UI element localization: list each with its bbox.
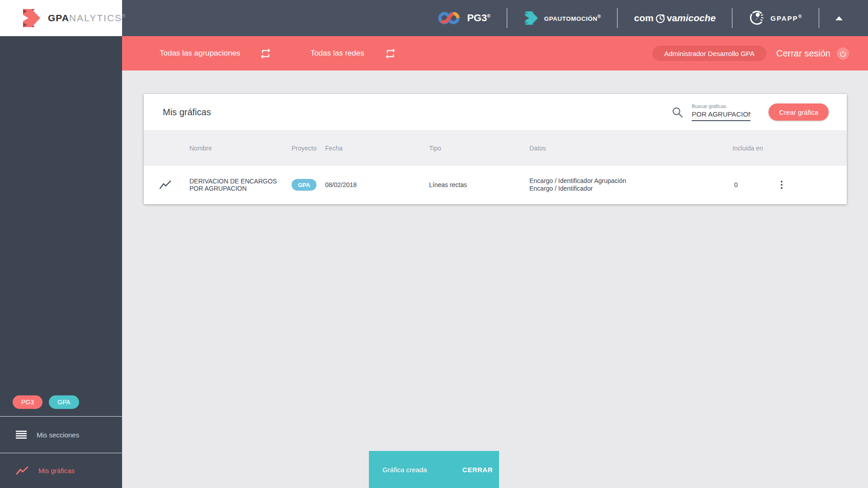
row-project-cell: GPA — [292, 179, 325, 191]
top-header: PG3® GPAUTOMOCIÓN® com — [122, 0, 868, 36]
header-divider — [732, 8, 732, 28]
sidebar-badge-pg3[interactable]: PG3 — [13, 395, 42, 409]
sidebar-item-label: Mis gráficas — [38, 467, 75, 474]
gpanalytics-arrow-icon — [21, 9, 42, 28]
row-actions-cell — [778, 181, 847, 189]
card-header: Mis gráficas Buscar gráficas Crear gráfi… — [144, 94, 847, 130]
row-kebab-menu-icon[interactable] — [778, 181, 786, 189]
row-included-count: 0 — [730, 181, 778, 188]
search-icon[interactable] — [671, 106, 684, 118]
clock-icon — [655, 13, 665, 23]
snackbar-message: Gráfica creada — [382, 466, 427, 474]
sidebar-badges: PG3 GPA — [0, 388, 122, 417]
app-root: GPANALYTICS® PG3 GPA Mis secciones — [0, 0, 868, 488]
swap-redes-icon[interactable] — [384, 47, 396, 60]
sidebar-item-mis-graficas[interactable]: Mis gráficas — [0, 453, 122, 488]
row-type: Líneas rectas — [429, 181, 529, 188]
pg3-logo: PG3® — [437, 10, 490, 26]
project-badge: GPA — [292, 179, 316, 191]
redes-filter-label[interactable]: Todas las redes — [311, 49, 364, 58]
col-header-nombre: Nombre — [189, 145, 292, 152]
snackbar: Gráfica creada CERRAR — [369, 451, 499, 488]
gpautomocion-arrow-icon — [524, 11, 539, 25]
search-input[interactable] — [692, 110, 750, 121]
line-chart-icon — [16, 466, 28, 475]
gpapp-wrench-icon — [749, 10, 765, 26]
card-actions: Buscar gráficas Crear gráfica — [671, 103, 829, 121]
create-chart-button[interactable]: Crear gráfica — [769, 103, 829, 121]
gpapp-logo-text: GPAPP® — [770, 14, 802, 22]
menu-lines-icon — [16, 431, 27, 439]
comvamicoche-logo: com vamicoche — [634, 13, 716, 23]
brand-logo-box: GPANALYTICS® — [0, 0, 122, 36]
col-header-datos: Datos — [529, 145, 730, 152]
col-header-proyecto: Proyecto — [292, 145, 325, 152]
header-divider — [617, 8, 618, 28]
col-header-fecha: Fecha — [325, 145, 429, 152]
sidebar-badge-gpa[interactable]: GPA — [49, 395, 79, 409]
row-name: DERIVACION DE ENCARGOS POR AGRUPACION — [189, 178, 287, 192]
col-header-tipo: Tipo — [429, 145, 529, 152]
row-data-line1: Encargo / Identificador Agrupación — [529, 177, 730, 185]
session-controls: Administrador Desarrollo GPA Cerrar sesi… — [652, 46, 849, 61]
row-data-fields: Encargo / Identificador Agrupación Encar… — [529, 177, 730, 192]
search-field-label: Buscar gráficas — [692, 103, 750, 109]
sidebar-item-label: Mis secciones — [37, 431, 79, 439]
gpautomocion-logo: GPAUTOMOCIÓN® — [524, 11, 601, 25]
charts-card: Mis gráficas Buscar gráficas Crear gráfi… — [144, 94, 847, 204]
sidebar: PG3 GPA Mis secciones Mis gráficas — [0, 36, 122, 488]
logout-button[interactable]: Cerrar sesión — [776, 48, 830, 59]
comvamicoche-logo-text: com vamicoche — [634, 13, 716, 23]
current-user-label: Administrador Desarrollo GPA — [664, 50, 755, 57]
pg3-logo-text: PG3® — [467, 12, 490, 24]
swap-agrupaciones-icon[interactable] — [259, 47, 272, 60]
page-title: Mis gráficas — [163, 107, 211, 117]
gpautomocion-logo-text: GPAUTOMOCIÓN® — [544, 14, 601, 22]
current-user-pill[interactable]: Administrador Desarrollo GPA — [652, 46, 766, 61]
agrupaciones-filter-label[interactable]: Todas las agrupaciones — [160, 49, 241, 58]
brand-logo-text: GPANALYTICS® — [48, 13, 126, 23]
pg3-infinity-icon — [437, 10, 462, 26]
power-icon[interactable] — [837, 47, 849, 60]
row-date: 08/02/2018 — [325, 181, 429, 188]
collapse-header-caret-icon[interactable] — [835, 16, 843, 20]
search-field: Buscar gráficas — [692, 103, 750, 121]
header-divider — [507, 8, 507, 28]
filter-bar: Todas las agrupaciones Todas las redes A… — [122, 36, 868, 70]
table-header-row: Nombre Proyecto Fecha Tipo Datos Incluid… — [144, 130, 847, 166]
table-row[interactable]: DERIVACION DE ENCARGOS POR AGRUPACION GP… — [144, 166, 847, 204]
col-header-incluida-en: Incluida en — [730, 145, 778, 152]
row-chart-type-icon — [144, 180, 189, 190]
sidebar-spacer — [0, 36, 122, 388]
header-divider — [819, 8, 819, 28]
sidebar-item-mis-secciones[interactable]: Mis secciones — [0, 417, 122, 453]
row-data-line2: Encargo / Identificador — [529, 185, 730, 192]
gpapp-logo: GPAPP® — [749, 10, 802, 26]
snackbar-close-button[interactable]: CERRAR — [462, 466, 493, 474]
